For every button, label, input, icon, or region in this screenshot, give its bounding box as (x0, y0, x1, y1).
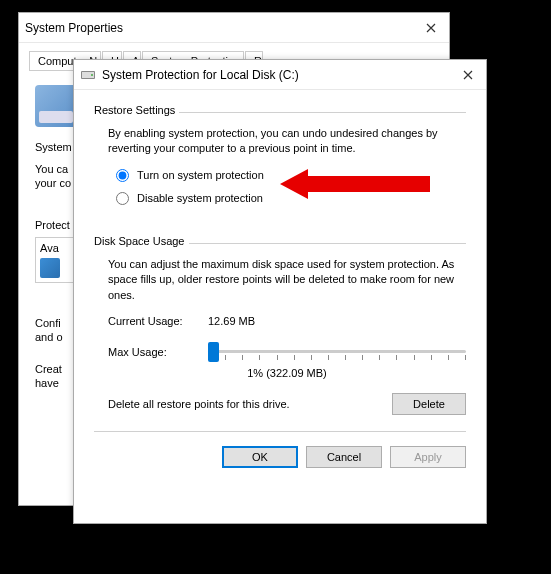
delete-button[interactable]: Delete (392, 393, 466, 415)
cancel-button[interactable]: Cancel (306, 446, 382, 468)
dialog-footer: OK Cancel Apply (94, 442, 466, 468)
apply-button[interactable]: Apply (390, 446, 466, 468)
fg-titlebar: System Protection for Local Disk (C:) (74, 60, 486, 90)
svg-point-2 (91, 74, 93, 76)
disk-space-group: Disk Space Usage You can adjust the maxi… (94, 235, 466, 415)
bg-titlebar: System Properties (19, 13, 449, 43)
current-usage-value: 12.69 MB (208, 315, 255, 327)
bg-ava: Ava (40, 242, 70, 254)
restore-desc: By enabling system protection, you can u… (108, 126, 466, 157)
radio-disable[interactable] (116, 192, 129, 205)
disk-icon (35, 85, 77, 127)
disk-desc: You can adjust the maximum disk space us… (108, 257, 466, 303)
close-icon (463, 70, 473, 80)
radio-turn-on-label[interactable]: Turn on system protection (137, 169, 264, 181)
disk-legend: Disk Space Usage (94, 235, 189, 247)
close-icon (426, 23, 436, 33)
drive-icon (80, 67, 96, 83)
ok-button[interactable]: OK (222, 446, 298, 468)
max-usage-readout: 1% (322.09 MB) (108, 367, 466, 379)
restore-legend: Restore Settings (94, 104, 179, 116)
delete-desc: Delete all restore points for this drive… (108, 398, 392, 410)
current-usage-label: Current Usage: (108, 315, 208, 327)
restore-settings-group: Restore Settings By enabling system prot… (94, 104, 466, 205)
fg-title: System Protection for Local Disk (C:) (102, 68, 450, 82)
max-usage-label: Max Usage: (108, 346, 208, 358)
system-protection-dialog: System Protection for Local Disk (C:) Re… (73, 59, 487, 524)
radio-turn-on[interactable] (116, 169, 129, 182)
radio-disable-label[interactable]: Disable system protection (137, 192, 263, 204)
bg-close-button[interactable] (413, 13, 449, 43)
max-usage-slider[interactable] (208, 341, 466, 363)
shield-icon (40, 258, 60, 278)
fg-close-button[interactable] (450, 60, 486, 90)
bg-title: System Properties (25, 21, 413, 35)
slider-thumb[interactable] (208, 342, 219, 362)
